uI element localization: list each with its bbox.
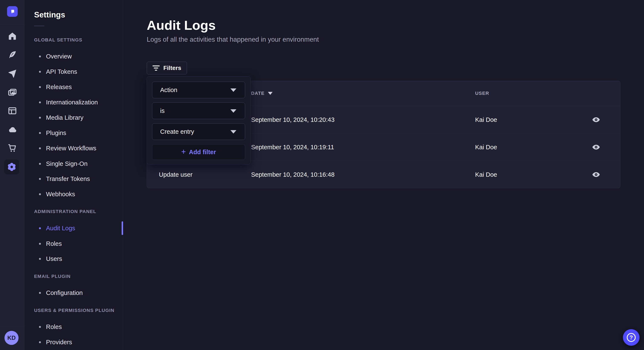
bullet-icon xyxy=(39,132,41,134)
bullet-icon xyxy=(39,163,41,165)
eye-icon xyxy=(592,170,600,179)
page-subtitle: Logs of all the activities that happened… xyxy=(147,35,319,44)
section-label-administration-panel: ADMINISTRATION PANEL xyxy=(34,207,96,216)
settings-icon xyxy=(7,162,16,172)
sort-desc-icon xyxy=(268,92,272,95)
bullet-icon xyxy=(39,86,41,88)
view-details-button[interactable] xyxy=(592,143,601,152)
bullet-icon xyxy=(39,326,41,328)
settings-nav-active[interactable] xyxy=(4,160,19,174)
plus-icon: + xyxy=(181,148,186,156)
filter-value-value: Create entry xyxy=(160,128,194,135)
page-title: Audit Logs xyxy=(147,17,216,33)
column-header-user[interactable]: USER xyxy=(475,89,489,98)
sidebar-item-up-roles[interactable]: Roles xyxy=(39,322,62,332)
releases-icon[interactable] xyxy=(8,69,17,78)
bullet-icon xyxy=(39,101,41,103)
bullet-icon xyxy=(39,292,41,294)
bullet-icon xyxy=(39,258,41,260)
sidebar-title-divider xyxy=(34,26,44,26)
bullet-icon xyxy=(39,55,41,57)
sidebar-item-providers[interactable]: Providers xyxy=(39,338,72,347)
rail-divider xyxy=(0,24,24,24)
strapi-logo[interactable] xyxy=(7,6,18,17)
cell-date: September 10, 2024, 10:16:48 xyxy=(251,161,334,188)
view-details-button[interactable] xyxy=(592,170,601,179)
view-details-button[interactable] xyxy=(592,115,601,124)
sidebar-item-review-workflows[interactable]: Review Workflows xyxy=(39,144,96,153)
table-row[interactable]: Update user September 10, 2024, 10:16:48… xyxy=(147,161,620,188)
sidebar-item-overview[interactable]: Overview xyxy=(39,52,72,61)
avatar-initials: KD xyxy=(8,335,16,341)
filters-button-label: Filters xyxy=(163,65,181,71)
bullet-icon xyxy=(39,178,41,180)
filters-button[interactable]: Filters xyxy=(147,62,187,74)
bullet-icon xyxy=(39,71,41,73)
caret-down-icon xyxy=(230,130,236,134)
filter-value-select[interactable]: Create entry xyxy=(152,123,245,140)
filter-operator-value: is xyxy=(160,107,164,114)
cell-date: September 10, 2024, 10:19:11 xyxy=(251,134,334,161)
content-type-builder-icon[interactable] xyxy=(8,106,17,116)
sidebar-item-single-sign-on[interactable]: Single Sign-On xyxy=(39,159,88,169)
bullet-icon xyxy=(39,243,41,245)
sidebar-item-internationalization[interactable]: Internationalization xyxy=(39,98,98,107)
bullet-icon xyxy=(39,227,41,229)
caret-down-icon xyxy=(230,88,236,92)
sidebar-item-configuration[interactable]: Configuration xyxy=(39,288,83,298)
section-label-global-settings: GLOBAL SETTINGS xyxy=(34,35,82,45)
filter-popover: Action is Create entry + Add filter xyxy=(147,76,250,164)
caret-down-icon xyxy=(230,109,236,113)
content-manager-icon[interactable] xyxy=(8,50,17,59)
section-label-email-plugin: EMAIL PLUGIN xyxy=(34,272,71,281)
cloud-icon[interactable] xyxy=(8,125,17,134)
question-mark-icon: ? xyxy=(627,333,636,342)
home-icon[interactable] xyxy=(8,31,17,41)
sidebar-title: Settings xyxy=(34,10,65,19)
filter-operator-select[interactable]: is xyxy=(152,103,245,119)
sidebar-item-admin-users[interactable]: Users xyxy=(39,254,62,263)
sidebar-item-webhooks[interactable]: Webhooks xyxy=(39,189,75,199)
sidebar-item-api-tokens[interactable]: API Tokens xyxy=(39,67,77,76)
settings-sidebar: Settings GLOBAL SETTINGS Overview API To… xyxy=(24,0,123,350)
section-label-users-permissions-plugin: USERS & PERMISSIONS PLUGIN xyxy=(34,306,114,315)
bullet-icon xyxy=(39,193,41,195)
column-header-date[interactable]: DATE xyxy=(251,89,272,98)
add-filter-button[interactable]: + Add filter xyxy=(152,144,245,160)
filter-attribute-value: Action xyxy=(160,87,178,94)
filter-attribute-select[interactable]: Action xyxy=(152,82,245,98)
bullet-icon xyxy=(39,147,41,149)
sidebar-item-releases[interactable]: Releases xyxy=(39,82,72,92)
active-item-indicator xyxy=(122,221,123,235)
rail-divider-bottom xyxy=(0,326,24,326)
sidebar-item-admin-roles[interactable]: Roles xyxy=(39,239,62,248)
sidebar-item-media-library[interactable]: Media Library xyxy=(39,113,84,122)
bullet-icon xyxy=(39,117,41,119)
cell-user: Kai Doe xyxy=(475,161,497,188)
main-nav-rail: KD xyxy=(0,0,24,350)
cell-date: September 10, 2024, 10:20:43 xyxy=(251,106,334,134)
eye-icon xyxy=(592,143,600,151)
user-avatar[interactable]: KD xyxy=(4,331,18,345)
filter-icon xyxy=(152,65,160,71)
media-library-icon[interactable] xyxy=(8,88,17,97)
add-filter-label: Add filter xyxy=(189,149,216,156)
bullet-icon xyxy=(39,341,41,343)
sidebar-item-transfer-tokens[interactable]: Transfer Tokens xyxy=(39,174,90,183)
sidebar-item-plugins[interactable]: Plugins xyxy=(39,128,66,138)
cell-user: Kai Doe xyxy=(475,106,497,134)
sidebar-item-audit-logs[interactable]: Audit Logs xyxy=(39,223,75,233)
cell-action: Update user xyxy=(159,161,192,188)
marketplace-icon[interactable] xyxy=(8,143,17,153)
eye-icon xyxy=(592,116,600,124)
strapi-logo-icon xyxy=(9,8,16,15)
help-button[interactable]: ? xyxy=(623,329,640,346)
cell-user: Kai Doe xyxy=(475,134,497,161)
